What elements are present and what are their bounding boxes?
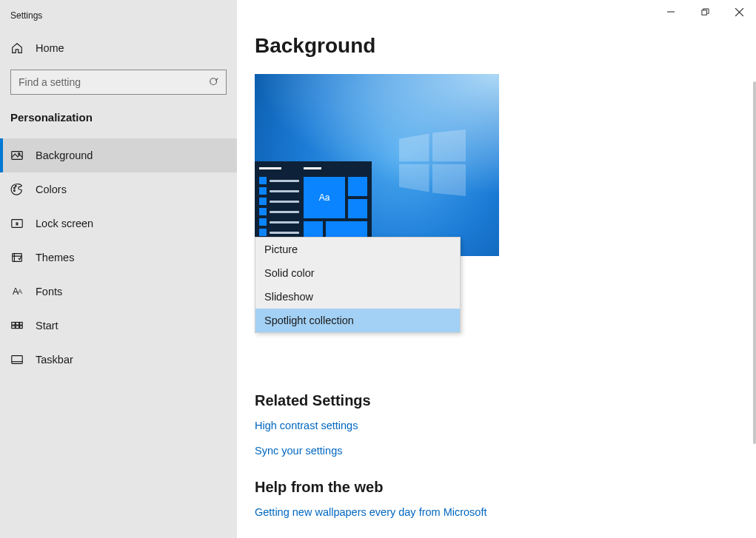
sidebar-item-colors[interactable]: Colors [0,172,237,206]
svg-rect-19 [701,10,706,14]
sidebar-item-start[interactable]: Start [0,309,237,343]
preview-start-menu: Aa [255,161,372,249]
sidebar-item-label: Colors [36,184,67,195]
dropdown-option-spotlight[interactable]: Spotlight collection [255,309,460,332]
app-title: Settings [0,7,237,34]
search-icon [202,77,226,87]
windows-logo-icon [399,130,466,196]
svg-rect-15 [20,326,23,329]
search-container [0,62,237,105]
svg-point-0 [210,78,217,85]
sidebar-item-fonts[interactable]: AA Fonts [0,275,237,309]
close-button[interactable] [722,0,756,24]
nav-list: Background Colors Lock screen [0,138,237,377]
lockscreen-icon [10,217,24,230]
fonts-icon: AA [10,285,24,298]
sidebar-item-label: Background [36,149,93,161]
sidebar: Settings Home Personalization [0,0,237,538]
taskbar-icon [10,353,24,366]
sidebar-item-label: Themes [36,252,74,263]
svg-marker-24 [399,164,429,192]
dropdown-option-picture[interactable]: Picture [255,238,460,261]
sidebar-item-label: Start [36,320,58,332]
svg-marker-23 [432,130,466,161]
palette-icon [10,183,24,196]
svg-rect-10 [12,323,15,326]
home-icon [10,41,24,55]
svg-rect-12 [20,323,23,326]
sidebar-item-themes[interactable]: Themes [0,241,237,275]
search-box[interactable] [10,70,227,95]
sidebar-item-lockscreen[interactable]: Lock screen [0,206,237,241]
svg-point-3 [19,153,20,155]
related-settings-heading: Related Settings [255,392,756,409]
picture-icon [10,149,24,162]
sidebar-item-label: Taskbar [36,354,73,366]
dropdown-option-solid-color[interactable]: Solid color [255,261,460,285]
svg-marker-22 [399,133,429,161]
link-high-contrast[interactable]: High contrast settings [255,420,756,431]
background-dropdown[interactable]: Picture Solid color Slideshow Spotlight … [255,237,461,333]
main: Background [237,0,756,538]
page-title: Background [255,34,756,58]
svg-marker-25 [432,164,466,196]
section-title: Personalization [0,105,237,138]
content-area: Background [237,24,756,538]
svg-point-6 [14,190,16,192]
svg-point-4 [14,187,16,189]
maximize-button[interactable] [688,0,722,24]
sidebar-item-background[interactable]: Background [0,138,237,172]
sidebar-item-label: Lock screen [36,218,93,229]
preview-sample-text: Aa [304,177,345,218]
nav-home-label: Home [36,42,64,54]
svg-rect-16 [12,356,22,364]
svg-rect-13 [12,326,15,329]
svg-rect-8 [16,223,18,225]
desktop-preview: Aa [255,74,499,256]
dropdown-option-slideshow[interactable]: Slideshow [255,285,460,309]
nav-home[interactable]: Home [0,34,237,62]
link-help-wallpapers[interactable]: Getting new wallpapers every day from Mi… [255,506,756,518]
link-sync-settings[interactable]: Sync your settings [255,445,756,457]
svg-rect-7 [12,220,22,228]
minimize-button[interactable] [654,0,688,24]
scrollbar[interactable] [753,81,756,444]
themes-icon [10,251,24,264]
sidebar-item-label: Fonts [36,286,62,297]
svg-point-5 [15,186,16,187]
search-input[interactable] [11,76,202,88]
start-icon [10,319,24,332]
help-heading: Help from the web [255,479,756,496]
titlebar [237,0,756,24]
sidebar-item-taskbar[interactable]: Taskbar [0,343,237,377]
svg-rect-11 [16,323,19,326]
svg-rect-14 [16,326,19,329]
